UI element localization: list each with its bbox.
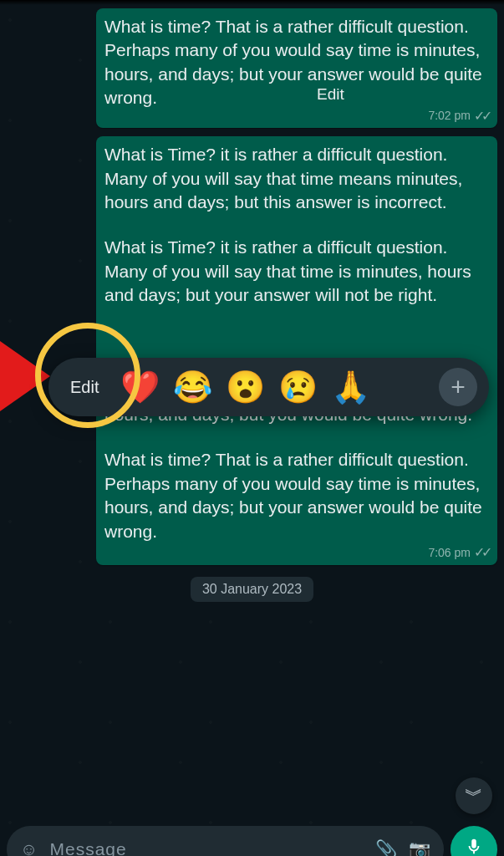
message-time: 7:06 pm <box>428 545 471 561</box>
reaction-bar: Edit ❤️ 😂 😮 😢 🙏 + <box>48 358 489 416</box>
message-paragraph: What is Time? it is rather a difficult q… <box>104 143 489 214</box>
mic-icon <box>465 838 483 856</box>
edit-option[interactable]: Edit <box>55 378 107 397</box>
composer-bar: ☺ Message 📎 📷 <box>7 826 497 856</box>
top-crop-fade <box>0 0 504 5</box>
date-separator: 30 January 2023 <box>191 577 313 602</box>
reaction-wow-icon[interactable]: 😮 <box>226 371 265 403</box>
message-paragraph: What is time? That is a rather difficult… <box>104 448 489 543</box>
attach-icon[interactable]: 📎 <box>375 839 397 856</box>
message-bubble-1[interactable]: What is time? That is a rather difficult… <box>96 8 497 128</box>
mic-button[interactable] <box>451 826 497 856</box>
reaction-more-button[interactable]: + <box>439 368 477 406</box>
message-paragraph: What is Time? it is rather a difficult q… <box>104 236 489 307</box>
reaction-pray-icon[interactable]: 🙏 <box>331 371 370 403</box>
emoji-picker-icon[interactable]: ☺ <box>20 839 38 856</box>
reaction-laugh-icon[interactable]: 😂 <box>173 371 212 403</box>
read-ticks-icon: ✓✓ <box>474 107 489 125</box>
message-input-container: ☺ Message 📎 📷 <box>7 826 444 856</box>
message-input[interactable]: Message <box>49 839 364 856</box>
message-time: 7:02 pm <box>428 108 471 124</box>
reaction-sad-icon[interactable]: 😢 <box>278 371 318 403</box>
read-ticks-icon: ✓✓ <box>474 543 489 562</box>
chevron-double-down-icon: ︾ <box>465 783 483 808</box>
scroll-to-bottom-button[interactable]: ︾ <box>456 777 492 814</box>
reaction-heart-icon[interactable]: ❤️ <box>120 371 160 403</box>
chat-scroll-area[interactable]: What is time? That is a rather difficult… <box>0 0 504 856</box>
camera-icon[interactable]: 📷 <box>409 839 430 856</box>
message-text: What is time? That is a rather difficult… <box>104 17 482 107</box>
message-bubble-2[interactable]: What is Time? it is rather a difficult q… <box>96 136 497 564</box>
message-meta: 7:06 pm ✓✓ <box>428 543 489 562</box>
message-meta: 7:02 pm ✓✓ <box>428 107 489 125</box>
edited-label: Edit <box>317 84 344 105</box>
